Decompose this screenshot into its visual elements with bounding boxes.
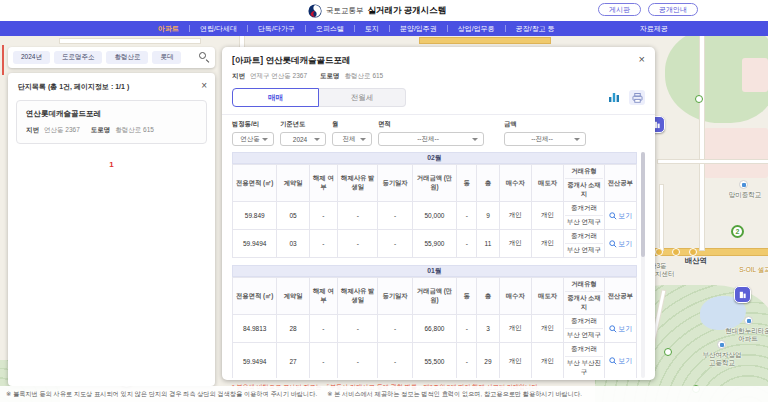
cell-day: 28 <box>277 315 309 343</box>
col-type: 거래유형중개사 소재지 <box>564 165 604 202</box>
board-button[interactable]: 게시판 <box>598 3 641 16</box>
month-select[interactable]: 전체 <box>332 132 372 146</box>
year-select[interactable]: 2024 <box>280 132 326 146</box>
printer-icon <box>632 93 643 103</box>
divider <box>222 114 655 115</box>
col-area: 전용면적 (㎡) <box>233 165 277 202</box>
nav-item-detached[interactable]: 단독/다가구 <box>248 24 305 34</box>
table-row: 84.9813 28 - - - 66,800 - 3 개인 개인 중개거래부산… <box>233 315 637 343</box>
cell-dong: - <box>457 315 477 343</box>
complex-card[interactable]: 연산롯데캐슬골드포레 지번 연산동 2367 도로명 황령산로 615 <box>16 100 207 144</box>
road-value: 황령산로 615 <box>115 126 154 135</box>
jibun-value: 연산동 2367 <box>44 126 80 135</box>
nav-item-rowhouse[interactable]: 연립/다세대 <box>190 24 247 34</box>
popup-title: [아파트] 연산롯데캐슬골드포레 <box>232 55 351 67</box>
col-floor: 층 <box>477 165 499 202</box>
main-nav: 아파트 연립/다세대 단독/다가구 오피스텔 토지 분양/입주권 상업/업무용 … <box>0 21 768 36</box>
map-commercial-block <box>704 128 768 178</box>
apartment-complex-marker[interactable] <box>734 286 751 303</box>
table-row: 59.9494 27 - - - 55,500 - 29 개인 개인 중개거래부… <box>233 343 637 379</box>
map-road <box>60 39 200 43</box>
cell-buyer: 개인 <box>499 315 531 343</box>
school-poi-icon <box>739 180 748 189</box>
col-registry: 등기일자 <box>378 278 412 315</box>
trail-waypoint-icon <box>695 95 703 103</box>
table-header-row: 전용면적 (㎡) 계약일 해제 여부 해제사유 발생일 등기일자 거래금액 (만… <box>233 278 637 315</box>
cell-price: 50,000 <box>412 202 456 230</box>
cell-type: 중개거래부산 연제구 <box>564 202 604 230</box>
cell-cancel-date: - <box>338 202 378 230</box>
col-dong: 동 <box>457 165 477 202</box>
cell-area: 59.9494 <box>233 343 277 379</box>
month-band-jan: 01월 <box>232 265 637 277</box>
map-label-high-school: 부산여자상업 고등학교 <box>697 351 747 366</box>
price-select[interactable]: --전체-- <box>504 132 586 146</box>
close-icon[interactable]: × <box>201 82 207 90</box>
jibun-value: 연제구 연산동 2367 <box>250 72 307 81</box>
cell-docs: 보기 <box>604 230 636 258</box>
view-docs-link[interactable]: 보기 <box>609 356 633 366</box>
view-docs-link[interactable]: 보기 <box>609 211 633 221</box>
dong-select[interactable]: 연산동 <box>232 132 274 146</box>
col-cancel: 해제 여부 <box>309 165 337 202</box>
road-value: 황령산로 615 <box>345 72 384 81</box>
cell-dong: - <box>457 343 477 379</box>
cell-cancel-date: - <box>338 315 378 343</box>
cell-price: 66,800 <box>412 315 456 343</box>
nav-item-data[interactable]: 자료제공 <box>640 24 668 34</box>
tab-sale[interactable]: 매매 <box>232 88 319 107</box>
close-icon[interactable]: × <box>639 55 645 67</box>
col-seller: 매도자 <box>531 278 563 315</box>
col-floor: 층 <box>477 278 499 315</box>
nav-item-land[interactable]: 토지 <box>355 24 389 34</box>
footer-notice-bar: ※ 블록지번 등의 사유로 지도상 표시되어 있지 않은 단지의 경우 좌측 상… <box>0 386 768 402</box>
jibun-label: 지번 <box>26 126 39 135</box>
search-chip-road[interactable]: 황령산로 <box>106 51 148 64</box>
nav-item-presale[interactable]: 분양/입주권 <box>390 24 447 34</box>
col-dong: 동 <box>457 278 477 315</box>
map-road <box>658 160 768 163</box>
map-label-apartment: 현대한누리타운 아파트 <box>722 327 768 342</box>
view-docs-link[interactable]: 보기 <box>609 239 633 249</box>
trail-marker-2[interactable]: 2 <box>731 225 744 238</box>
tab-rent[interactable]: 전월세 <box>319 88 406 107</box>
print-button[interactable] <box>629 90 645 105</box>
transaction-table-area: 02월 전용면적 (㎡) 계약일 해제 여부 해제사유 발생일 등기일자 거래금… <box>232 152 645 378</box>
nav-item-apartment[interactable]: 아파트 <box>148 24 189 34</box>
map-road <box>700 36 704 250</box>
view-docs-link[interactable]: 보기 <box>609 324 633 334</box>
search-chip-keyword[interactable]: 롯데 <box>152 51 181 64</box>
filter-area-label: 면적 <box>378 120 484 129</box>
subway-badge <box>655 248 663 256</box>
cell-floor: 11 <box>477 230 499 258</box>
cell-dong: - <box>457 230 477 258</box>
area-select[interactable]: --전체-- <box>378 132 484 146</box>
cell-cancel: - <box>309 202 337 230</box>
col-price: 거래금액 (만원) <box>412 278 456 315</box>
chart-button[interactable] <box>606 90 622 105</box>
complex-name: 연산롯데캐슬골드포레 <box>26 109 197 119</box>
highschool-poi-icon <box>717 340 726 349</box>
nav-item-factory[interactable]: 공장/창고 등 <box>506 24 565 34</box>
search-chip-year[interactable]: 2024년 <box>13 51 50 64</box>
col-type: 거래유형중개사 소재지 <box>564 278 604 315</box>
guide-button[interactable]: 공개안내 <box>648 3 698 16</box>
search-chip-addrtype[interactable]: 도로명주소 <box>54 51 103 64</box>
nav-item-commercial[interactable]: 상업/업무용 <box>448 24 505 34</box>
filter-price-label: 금액 <box>504 120 586 129</box>
cell-day: 05 <box>277 202 309 230</box>
cell-price: 55,500 <box>412 343 456 379</box>
pagination-page-1[interactable]: 1 <box>8 160 215 169</box>
scrollbar-thumb[interactable] <box>641 152 645 257</box>
cell-cancel-date: - <box>338 230 378 258</box>
search-icon[interactable] <box>199 52 210 63</box>
map-road <box>660 185 663 250</box>
popup-scrollbar[interactable] <box>641 152 645 378</box>
cell-type: 중개거래부산 연제구 <box>564 230 604 258</box>
filter-year-label: 기준년도 <box>280 120 326 129</box>
cell-area: 59.849 <box>233 202 277 230</box>
nav-item-officetel[interactable]: 오피스텔 <box>306 24 354 34</box>
cell-docs: 보기 <box>604 202 636 230</box>
cell-area: 59.9494 <box>233 230 277 258</box>
col-day: 계약일 <box>277 278 309 315</box>
